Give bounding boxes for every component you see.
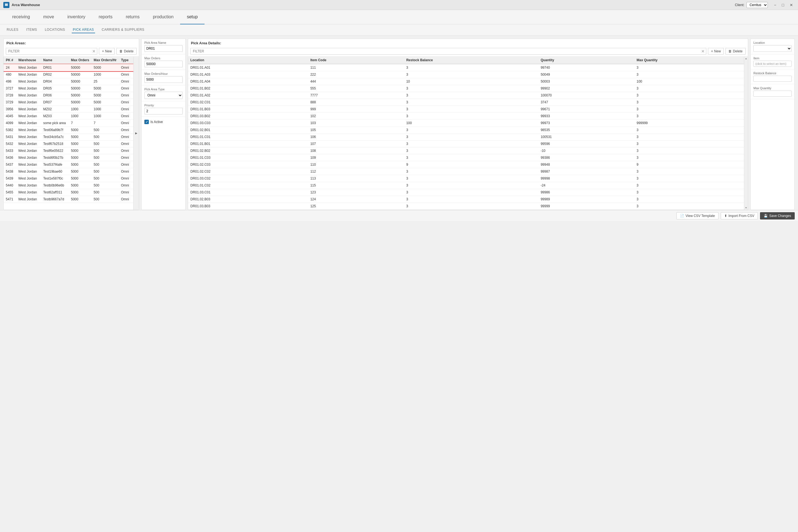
table-row[interactable]: DR01.01.A02 7777 3 100070 3 <box>188 92 744 99</box>
table-row[interactable]: 5431 West Jordan Test34cb5a7c 5000 500 O… <box>4 134 133 140</box>
nav-inventory[interactable]: inventory <box>61 10 92 24</box>
minimize-button[interactable]: − <box>772 2 778 8</box>
form-input-name[interactable] <box>144 45 183 52</box>
table-row[interactable]: 5471 West Jordan Testb9667a7d 5000 500 O… <box>4 196 133 203</box>
table-row[interactable]: DR01.01.C01 106 3 100531 3 <box>188 134 744 140</box>
table-row[interactable]: DR01.02.C01 888 3 3747 3 <box>188 99 744 106</box>
is-active-checkbox[interactable] <box>144 120 149 124</box>
table-row[interactable]: DR01.01.B03 999 3 99671 3 <box>188 106 744 113</box>
cell-max-orders-hr: 500 <box>92 154 119 161</box>
form-input-max-orders[interactable] <box>144 61 183 67</box>
nav-production[interactable]: production <box>146 10 180 24</box>
pick-areas-panel: Pick Areas: ✕ + New 🗑 Delete PK # <box>3 39 139 210</box>
cell-max-orders-hr: 500 <box>92 161 119 168</box>
table-row[interactable]: DR01.01.B02 555 3 99902 3 <box>188 85 744 92</box>
table-row[interactable]: DR01.03.C03 103 100 99973 999999 <box>188 120 744 127</box>
table-row[interactable]: 5455 West Jordan Test62aff311 5000 500 O… <box>4 189 133 196</box>
import-csv-button[interactable]: ⬆ Import From CSV <box>721 212 758 220</box>
table-row[interactable]: DR01.01.A01 111 3 99740 3 <box>188 64 744 71</box>
table-row[interactable]: 5432 West Jordan Testf67b2518 5000 500 O… <box>4 140 133 147</box>
pick-areas-tbody: 24 West Jordan DR01 50000 5000 Omni 2 48… <box>4 64 133 203</box>
table-row[interactable]: DR01.02.B03 124 3 99989 3 <box>188 196 744 203</box>
cell-priority: 3 <box>131 71 133 78</box>
table-row[interactable]: 5438 West Jordan Test19bae60 5000 500 Om… <box>4 168 133 175</box>
table-row[interactable]: 3727 West Jordan DR05 50000 5000 Omni 5 <box>4 85 133 92</box>
table-row[interactable]: 3728 West Jordan DR06 50000 5000 Omni 6 <box>4 92 133 99</box>
details-scrollbar[interactable]: ▲ ▼ <box>744 57 748 210</box>
cell-max-orders: 7 <box>69 120 92 127</box>
table-row[interactable]: DR01.03.C02 113 3 99998 3 <box>188 175 744 182</box>
table-row[interactable]: DR01.03.C01 123 3 99986 3 <box>188 189 744 196</box>
app-icon <box>3 2 10 8</box>
table-row[interactable]: DR01.02.C02 112 3 99987 3 <box>188 168 744 175</box>
cell-pk: 480 <box>4 71 16 78</box>
table-row[interactable]: DR01.02.C03 110 9 99948 9 <box>188 161 744 168</box>
table-row[interactable]: 480 West Jordan DR02 50000 1000 Omni 3 <box>4 71 133 78</box>
nav-receiving[interactable]: receiving <box>5 10 37 24</box>
table-row[interactable]: DR01.01.A03 222 3 50049 3 <box>188 71 744 78</box>
table-row[interactable]: 5439 West Jordan Test1e587f0c 5000 500 O… <box>4 175 133 182</box>
right-input-restock[interactable] <box>754 76 792 82</box>
subnav-pick-areas[interactable]: PICK AREAS <box>72 26 95 33</box>
view-csv-button[interactable]: 📄 View CSV Template <box>676 212 719 220</box>
right-input-item[interactable] <box>754 61 792 67</box>
details-table-container[interactable]: Location Item Code Restock Balance Quant… <box>188 57 744 210</box>
table-row[interactable]: 24 West Jordan DR01 50000 5000 Omni 2 <box>4 64 133 71</box>
nav-setup[interactable]: setup <box>180 10 204 24</box>
cell-max-orders: 50000 <box>69 92 92 99</box>
table-row[interactable]: 4099 West Jordan some pick area 7 7 Omni… <box>4 120 133 127</box>
cell-location: DR01.03.C03 <box>188 120 308 127</box>
nav-reports[interactable]: reports <box>92 10 119 24</box>
pick-areas-filter-clear[interactable]: ✕ <box>92 49 96 54</box>
table-row[interactable]: DR01.01.A04 444 10 50003 100 <box>188 78 744 85</box>
table-row[interactable]: 5437 West Jordan Test537f4afe 5000 500 O… <box>4 161 133 168</box>
table-row[interactable]: DR01.01.B01 107 3 99596 3 <box>188 140 744 147</box>
table-row[interactable]: DR01.02.B01 105 3 98535 3 <box>188 127 744 134</box>
pick-areas-scroll-right[interactable]: ▶ <box>133 57 139 210</box>
nav-move[interactable]: move <box>37 10 61 24</box>
form-label-name: Pick Area Name <box>144 41 183 44</box>
cell-restock-balance: 3 <box>404 175 538 182</box>
right-select-location[interactable] <box>754 45 792 52</box>
form-group-max-orders-hr: Max Orders/Hour <box>141 70 185 86</box>
subnav-rules[interactable]: RULES <box>5 26 20 33</box>
table-row[interactable]: DR01.03.B03 125 3 99999 3 <box>188 203 744 210</box>
subnav-items[interactable]: ITEMS <box>25 26 38 33</box>
details-filter-clear[interactable]: ✕ <box>701 49 705 54</box>
table-row[interactable]: 498 West Jordan DR04 50000 25 Omni 99 <box>4 78 133 85</box>
pick-areas-table-container[interactable]: PK # Warehouse Name Max Orders Max Order… <box>4 57 133 210</box>
col-header-quantity: Quantity <box>538 57 634 64</box>
cell-max-orders-hr: 500 <box>92 196 119 203</box>
table-row[interactable]: 4045 West Jordan MZ03 1000 1000 Omni 202 <box>4 113 133 120</box>
details-new-button[interactable]: + New <box>708 48 724 55</box>
details-filter-input[interactable] <box>190 48 706 55</box>
close-button[interactable]: ✕ <box>788 2 795 8</box>
table-row[interactable]: DR01.01.C03 109 3 99386 3 <box>188 154 744 161</box>
maximize-button[interactable]: □ <box>780 2 786 8</box>
details-delete-button[interactable]: 🗑 Delete <box>725 48 746 55</box>
pick-areas-filter-input[interactable] <box>6 48 97 55</box>
cell-location: DR01.02.B01 <box>188 127 308 134</box>
table-row[interactable]: 5440 West Jordan Testb0b96e6b 5000 500 O… <box>4 182 133 189</box>
table-row[interactable]: 5433 West Jordan Testf6e05622 5000 500 O… <box>4 147 133 154</box>
pick-areas-delete-button[interactable]: 🗑 Delete <box>116 48 137 55</box>
client-dropdown[interactable]: Cerritus <box>746 2 768 8</box>
nav-returns[interactable]: returns <box>119 10 146 24</box>
form-select-type[interactable]: Omni Single Wave <box>144 92 183 99</box>
pick-areas-toolbar: ✕ + New 🗑 Delete <box>4 46 139 57</box>
table-row[interactable]: 3729 West Jordan DR07 50000 5000 Omni 7 <box>4 99 133 106</box>
table-row[interactable]: DR01.03.B02 102 3 99933 3 <box>188 113 744 120</box>
subnav-locations[interactable]: LOCATIONS <box>44 26 66 33</box>
pick-areas-new-button[interactable]: + New <box>99 48 115 55</box>
table-row[interactable]: 5382 West Jordan Test06a89b7f 5000 500 O… <box>4 127 133 134</box>
table-row[interactable]: DR01.01.C02 115 3 -24 3 <box>188 182 744 189</box>
table-row[interactable]: 3956 West Jordan MZ02 1000 1000 Omni 201 <box>4 106 133 113</box>
form-input-max-orders-hr[interactable] <box>144 76 183 83</box>
table-row[interactable]: 5436 West Jordan Testd6f0b27b 5000 500 O… <box>4 154 133 161</box>
table-row[interactable]: DR01.02.B02 108 3 -10 3 <box>188 147 744 154</box>
subnav-carriers-suppliers[interactable]: CARRIERS & SUPPLIERS <box>100 26 146 33</box>
save-changes-button[interactable]: 💾 Save Changes <box>760 212 795 220</box>
form-input-priority[interactable] <box>144 108 183 114</box>
cell-pk: 3728 <box>4 92 16 99</box>
right-input-max-qty[interactable] <box>754 91 792 97</box>
